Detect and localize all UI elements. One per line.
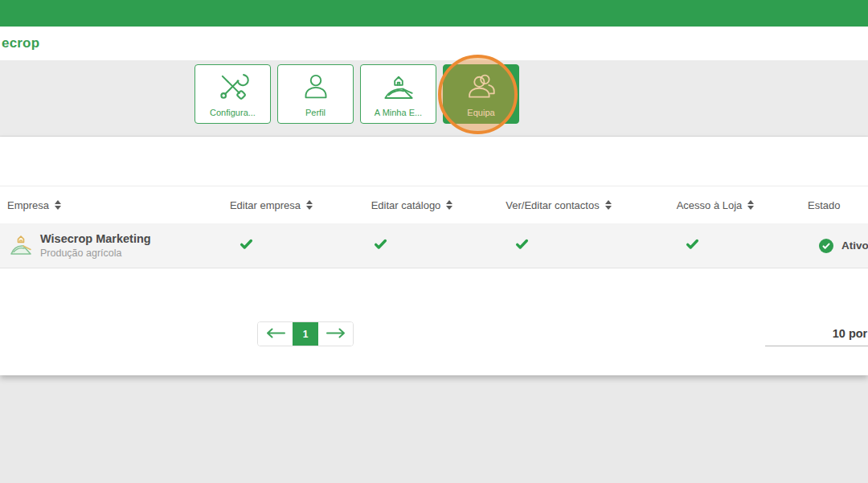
company-subtitle: Produção agrícola — [40, 247, 151, 260]
check-icon — [240, 237, 253, 254]
toolbar: Configura... Perfil — [0, 60, 868, 137]
column-label: Acesso à Loja — [677, 199, 743, 211]
column-header-editar-catalogo[interactable]: Editar catálogo — [342, 199, 482, 211]
company-cell: Wisecrop Marketing Produção agrícola — [0, 231, 201, 260]
check-icon — [515, 237, 529, 254]
page-size-value: 10 por página — [833, 327, 868, 340]
tools-icon — [216, 65, 250, 108]
column-label: Empresa — [7, 199, 49, 211]
column-label: Editar catálogo — [371, 199, 441, 211]
toolbar-button-configuracoes[interactable]: Configura... — [194, 64, 271, 124]
check-icon — [374, 237, 387, 254]
page-size-select[interactable]: 10 por página — [765, 321, 868, 346]
logo-bar: ecrop — [0, 27, 868, 60]
app-logo: ecrop — [0, 35, 39, 51]
sort-icon[interactable] — [306, 200, 313, 210]
arrow-left-icon — [265, 328, 286, 341]
column-label: Ver/Editar contactos — [506, 199, 599, 211]
permission-editar-catalogo — [342, 237, 482, 254]
arrow-right-icon — [326, 328, 346, 341]
company-name: Wisecrop Marketing — [40, 231, 151, 247]
toolbar-button-perfil[interactable]: Perfil — [277, 64, 354, 124]
table-row[interactable]: Wisecrop Marketing Produção agrícola — [0, 223, 868, 268]
prev-page-button[interactable] — [258, 322, 293, 346]
toolbar-button-a-minha-empresa[interactable]: A Minha E... — [360, 64, 436, 124]
column-label: Estado — [808, 199, 840, 211]
sort-icon[interactable] — [55, 200, 61, 210]
next-page-button[interactable] — [318, 322, 353, 346]
current-page-button[interactable]: 1 — [293, 322, 318, 346]
status-cell: Ativo — [796, 239, 868, 253]
column-label: Editar empresa — [230, 199, 301, 211]
sort-icon[interactable] — [446, 200, 452, 210]
toolbar-button-label: Perfil — [305, 108, 326, 118]
sort-icon[interactable] — [605, 200, 612, 210]
permission-ver-editar-contactos — [482, 237, 635, 254]
companies-table: Empresa Editar empresa Editar catálogo V… — [0, 186, 868, 268]
farm-icon — [382, 65, 416, 108]
toolbar-button-row: Configura... Perfil — [194, 64, 519, 124]
status-text: Ativo — [841, 239, 868, 252]
column-header-estado: Estado — [796, 199, 868, 211]
column-header-editar-empresa[interactable]: Editar empresa — [201, 199, 342, 211]
team-icon — [465, 65, 498, 108]
column-header-acesso-a-loja[interactable]: Acesso à Loja — [635, 199, 796, 211]
check-icon — [686, 237, 699, 254]
permission-editar-empresa — [201, 237, 342, 254]
permission-acesso-a-loja — [635, 237, 796, 254]
company-farm-icon — [10, 232, 32, 260]
top-navbar — [0, 0, 868, 27]
table-header-row: Empresa Editar empresa Editar catálogo V… — [0, 186, 868, 223]
status-active-badge-icon — [819, 239, 833, 253]
toolbar-button-label: Configura... — [210, 108, 256, 118]
column-header-ver-editar-contactos[interactable]: Ver/Editar contactos — [482, 199, 635, 211]
toolbar-button-label: A Minha E... — [375, 108, 422, 118]
pagination: 1 — [257, 321, 354, 346]
person-icon — [300, 65, 332, 108]
app-root: ecrop Configura... — [0, 0, 868, 375]
column-header-empresa[interactable]: Empresa — [0, 199, 201, 211]
content-panel: Empresa Editar empresa Editar catálogo V… — [0, 137, 868, 375]
toolbar-button-label: Equipa — [467, 108, 494, 118]
toolbar-button-equipa[interactable]: Equipa — [443, 64, 519, 124]
sort-icon[interactable] — [747, 200, 754, 210]
